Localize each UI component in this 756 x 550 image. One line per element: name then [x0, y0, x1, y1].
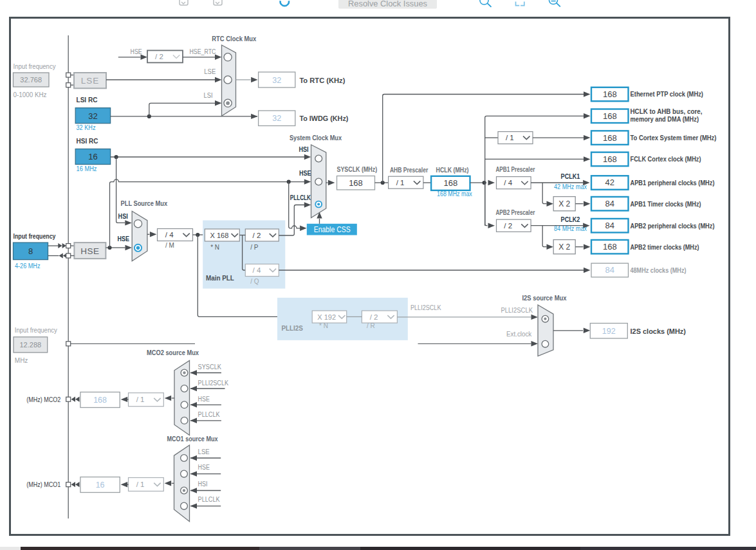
svg-text:(MHz) MCO2: (MHz) MCO2	[26, 396, 60, 403]
svg-text:APB1 Prescaler: APB1 Prescaler	[495, 166, 535, 173]
svg-text:4-26 MHz: 4-26 MHz	[15, 262, 41, 270]
svg-text:168: 168	[93, 396, 107, 405]
svg-text:memory and DMA (MHz): memory and DMA (MHz)	[631, 116, 699, 123]
svg-text:HCLK (MHz): HCLK (MHz)	[436, 166, 469, 174]
svg-text:RTC Clock Mux: RTC Clock Mux	[212, 35, 256, 42]
svg-text:Main PLL: Main PLL	[206, 275, 234, 282]
svg-text:168: 168	[603, 89, 617, 99]
svg-text:16: 16	[96, 481, 105, 490]
svg-text:/ 1: / 1	[396, 179, 405, 187]
svg-text:X 168: X 168	[210, 232, 229, 239]
svg-text:HSE: HSE	[118, 235, 130, 243]
svg-text:Ethernet PTP clock (MHz): Ethernet PTP clock (MHz)	[631, 91, 704, 98]
svg-text:AHB Prescaler: AHB Prescaler	[390, 167, 428, 174]
svg-text:PLLI2SCLK: PLLI2SCLK	[501, 307, 533, 314]
svg-text:/ 1: / 1	[136, 481, 145, 488]
svg-text:APB2 peripheral clocks (MHz): APB2 peripheral clocks (MHz)	[631, 223, 715, 230]
svg-text:16: 16	[88, 152, 97, 161]
svg-text:X 2: X 2	[558, 199, 570, 208]
svg-text:/ 4: / 4	[253, 266, 261, 274]
svg-text:Enable CSS: Enable CSS	[314, 225, 351, 234]
svg-text:APB2 Prescaler: APB2 Prescaler	[495, 209, 535, 216]
svg-text:LSE: LSE	[204, 68, 216, 75]
svg-text:168: 168	[603, 242, 617, 252]
svg-text:/ P: / P	[250, 244, 259, 251]
svg-text:8: 8	[28, 246, 33, 256]
svg-text:168: 168	[603, 154, 617, 164]
svg-text:System Clock Mux: System Clock Mux	[290, 134, 342, 142]
svg-text:FCLK Cortex clock (MHz): FCLK Cortex clock (MHz)	[631, 156, 701, 163]
svg-text:HSI: HSI	[118, 213, 128, 220]
svg-text:(MHz) MCO1: (MHz) MCO1	[26, 481, 60, 488]
svg-text:168 MHz max: 168 MHz max	[437, 190, 472, 197]
svg-text:HSE: HSE	[131, 48, 143, 55]
svg-text:/ 2: / 2	[370, 313, 378, 321]
svg-text:/ 2: / 2	[155, 53, 163, 60]
svg-text:/ Q: / Q	[250, 278, 259, 285]
svg-text:To IWDG (KHz): To IWDG (KHz)	[299, 115, 348, 122]
svg-text:X 2: X 2	[558, 243, 570, 252]
svg-text:168: 168	[603, 111, 617, 121]
svg-text:To RTC (KHz): To RTC (KHz)	[299, 77, 345, 84]
svg-text:168: 168	[349, 178, 363, 188]
svg-text:HCLK to AHB bus, core,: HCLK to AHB bus, core,	[631, 108, 703, 115]
svg-text:I2S source Mux: I2S source Mux	[522, 295, 567, 302]
svg-text:/ R: / R	[367, 322, 375, 329]
svg-text:MHz: MHz	[15, 357, 28, 364]
svg-text:HSI RC: HSI RC	[77, 138, 98, 145]
svg-text:Input frequency: Input frequency	[15, 327, 57, 334]
svg-text:* N: * N	[210, 244, 219, 251]
svg-text:32: 32	[272, 114, 281, 123]
svg-text:0-1000 KHz: 0-1000 KHz	[14, 91, 47, 98]
svg-text:LSI: LSI	[204, 92, 213, 99]
svg-text:84: 84	[605, 221, 614, 230]
svg-text:PLLI2SCLK: PLLI2SCLK	[198, 380, 229, 387]
svg-text:SYSCLK (MHz): SYSCLK (MHz)	[337, 165, 378, 173]
svg-text:32.768: 32.768	[20, 76, 42, 84]
svg-text:/ M: / M	[165, 242, 174, 249]
svg-text:84: 84	[605, 199, 614, 208]
svg-text:/ 4: / 4	[504, 179, 512, 187]
svg-text:168: 168	[443, 178, 457, 188]
svg-text:168: 168	[603, 133, 617, 143]
svg-text:HSE: HSE	[299, 170, 311, 177]
svg-text:32: 32	[272, 76, 281, 85]
svg-text:Input frequency: Input frequency	[14, 233, 56, 240]
svg-text:42 MHz max: 42 MHz max	[554, 183, 587, 190]
svg-text:HSI: HSI	[198, 481, 208, 488]
svg-text:32 KHz: 32 KHz	[77, 124, 96, 131]
svg-text:PLLCLK: PLLCLK	[198, 496, 220, 503]
svg-text:/ 1: / 1	[136, 396, 145, 403]
svg-text:16 MHz: 16 MHz	[77, 165, 97, 172]
svg-text:HSE: HSE	[80, 246, 99, 256]
svg-text:42: 42	[605, 178, 614, 187]
svg-text:/ 4: / 4	[165, 231, 174, 239]
svg-text:MCO2 source Mux: MCO2 source Mux	[147, 349, 199, 356]
svg-text:PCLK1: PCLK1	[561, 173, 580, 180]
svg-text:PCLK2: PCLK2	[561, 216, 580, 223]
svg-text:192: 192	[602, 327, 616, 336]
svg-text:12.288: 12.288	[19, 341, 41, 349]
svg-text:APB1 Timer clocks (MHz): APB1 Timer clocks (MHz)	[631, 201, 701, 208]
svg-text:Ext.clock: Ext.clock	[506, 331, 532, 338]
svg-text:32: 32	[88, 111, 97, 121]
svg-text:Resolve Clock Issues: Resolve Clock Issues	[348, 0, 427, 8]
svg-text:/ 1: / 1	[506, 134, 514, 142]
svg-text:PLL Source Mux: PLL Source Mux	[121, 200, 168, 207]
svg-text:APB2 timer clocks (MHz): APB2 timer clocks (MHz)	[631, 244, 699, 251]
svg-text:/ 2: / 2	[253, 232, 261, 239]
svg-text:LSI RC: LSI RC	[77, 96, 98, 104]
svg-text:APB1 peripheral clocks (MHz): APB1 peripheral clocks (MHz)	[631, 179, 715, 187]
svg-text:I2S clocks (MHz): I2S clocks (MHz)	[631, 327, 687, 335]
svg-text:PLLCLK: PLLCLK	[198, 411, 220, 418]
svg-text:HSE: HSE	[198, 396, 210, 403]
svg-text:84 MHz max: 84 MHz max	[554, 225, 587, 232]
svg-text:PLLCLK: PLLCLK	[290, 194, 311, 201]
svg-text:X 192: X 192	[317, 313, 336, 321]
svg-text:PLLI2S: PLLI2S	[281, 325, 303, 332]
svg-text:HSE_RTC: HSE_RTC	[189, 48, 216, 55]
svg-text:SYSCLK: SYSCLK	[198, 363, 222, 371]
svg-text:LSE: LSE	[81, 76, 100, 86]
svg-text:* N: * N	[319, 322, 328, 329]
svg-text:To Cortex System timer (MHz): To Cortex System timer (MHz)	[631, 134, 717, 142]
